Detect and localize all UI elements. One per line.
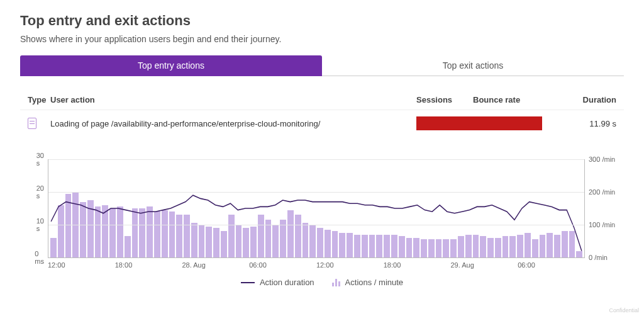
y-left-tick: 20 s bbox=[36, 184, 44, 200]
line-swatch-icon bbox=[241, 282, 255, 283]
entry-actions-table: Type User action Sessions Bounce rate Du… bbox=[20, 90, 624, 137]
y-right-tick: 200 /min bbox=[589, 188, 615, 196]
y-right-tick: 0 /min bbox=[589, 254, 608, 261]
col-type: Type bbox=[20, 95, 50, 104]
x-tick: 28. Aug bbox=[182, 261, 250, 269]
col-sessions: Sessions bbox=[416, 95, 473, 104]
col-duration: Duration bbox=[555, 95, 624, 104]
page-icon bbox=[28, 118, 36, 129]
x-tick: 18:00 bbox=[384, 261, 451, 269]
x-tick: 29. Aug bbox=[451, 261, 518, 269]
chart: 0 ms0 /min10 s100 /min20 s200 /min30 s30… bbox=[20, 159, 624, 287]
legend-label: Actions / minute bbox=[345, 278, 404, 287]
row-type bbox=[20, 118, 50, 129]
col-bounce: Bounce rate bbox=[473, 95, 555, 104]
row-sessions-bounce-bar bbox=[416, 116, 542, 130]
y-left-tick: 10 s bbox=[36, 217, 44, 232]
table-header: Type User action Sessions Bounce rate Du… bbox=[20, 90, 624, 110]
section-title: Top entry and exit actions bbox=[20, 13, 624, 29]
row-duration: 11.99 s bbox=[555, 119, 624, 128]
y-right-tick: 300 /min bbox=[589, 155, 615, 163]
legend-actions-per-minute: Actions / minute bbox=[332, 278, 404, 287]
col-action: User action bbox=[50, 95, 416, 104]
bar-swatch-icon bbox=[332, 279, 340, 286]
x-tick: 06:00 bbox=[518, 261, 585, 269]
chart-line bbox=[51, 195, 582, 251]
y-left-tick: 0 ms bbox=[35, 250, 44, 265]
tab-top-entry-actions[interactable]: Top entry actions bbox=[20, 55, 322, 76]
section-subtitle: Shows where in your application users be… bbox=[20, 34, 624, 44]
x-tick: 06:00 bbox=[249, 261, 316, 269]
x-tick: 12:00 bbox=[48, 261, 115, 269]
y-right-tick: 100 /min bbox=[589, 221, 615, 229]
table-row[interactable]: Loading of page /availability-and-perfor… bbox=[20, 110, 624, 137]
tab-top-exit-actions[interactable]: Top exit actions bbox=[322, 55, 624, 76]
row-action: Loading of page /availability-and-perfor… bbox=[50, 119, 416, 128]
legend-label: Action duration bbox=[260, 278, 314, 287]
chart-legend: Action duration Actions / minute bbox=[20, 278, 624, 287]
x-tick: 12:00 bbox=[316, 261, 384, 269]
x-tick: 18:00 bbox=[115, 261, 182, 269]
y-left-tick: 30 s bbox=[36, 152, 44, 167]
tab-bar: Top entry actions Top exit actions bbox=[20, 55, 624, 76]
legend-action-duration: Action duration bbox=[241, 278, 314, 287]
